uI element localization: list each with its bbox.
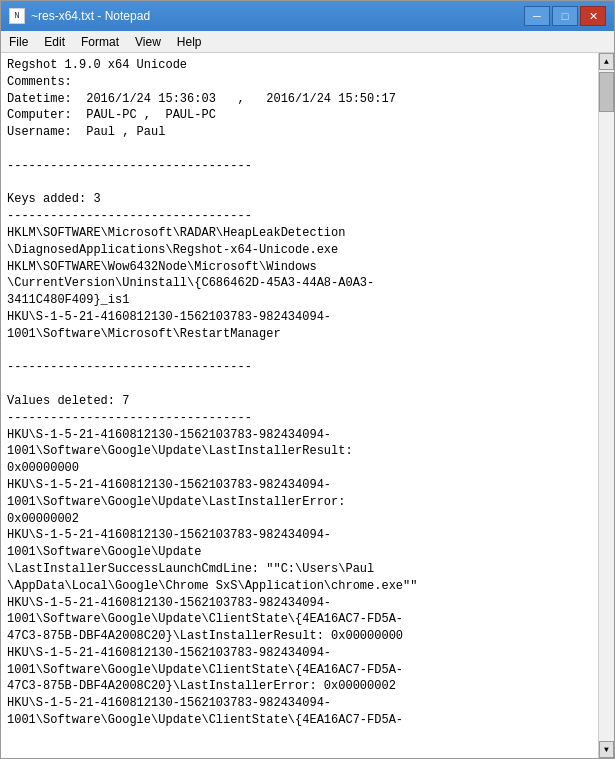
menu-format[interactable]: Format <box>73 31 127 52</box>
menu-file[interactable]: File <box>1 31 36 52</box>
window-title: ~res-x64.txt - Notepad <box>31 9 150 23</box>
menu-bar: File Edit Format View Help <box>1 31 614 53</box>
text-editor[interactable] <box>1 53 598 758</box>
menu-view[interactable]: View <box>127 31 169 52</box>
notepad-window: N ~res-x64.txt - Notepad ─ □ ✕ File Edit… <box>0 0 615 759</box>
close-button[interactable]: ✕ <box>580 6 606 26</box>
window-controls: ─ □ ✕ <box>524 6 606 26</box>
title-bar-left: N ~res-x64.txt - Notepad <box>9 8 150 24</box>
content-area: ▲ ▼ <box>1 53 614 758</box>
app-icon: N <box>9 8 25 24</box>
maximize-button[interactable]: □ <box>552 6 578 26</box>
title-bar: N ~res-x64.txt - Notepad ─ □ ✕ <box>1 1 614 31</box>
scrollbar[interactable]: ▲ ▼ <box>598 53 614 758</box>
scrollbar-track-area[interactable] <box>599 70 614 741</box>
scroll-up-button[interactable]: ▲ <box>599 53 614 70</box>
scroll-down-button[interactable]: ▼ <box>599 741 614 758</box>
menu-edit[interactable]: Edit <box>36 31 73 52</box>
scrollbar-thumb[interactable] <box>599 72 614 112</box>
minimize-button[interactable]: ─ <box>524 6 550 26</box>
menu-help[interactable]: Help <box>169 31 210 52</box>
